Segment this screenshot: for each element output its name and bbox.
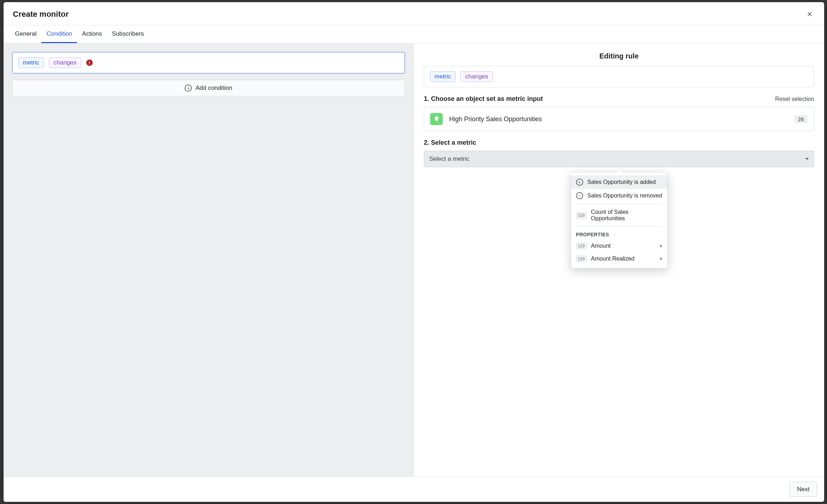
- close-icon[interactable]: ✕: [805, 9, 815, 20]
- add-condition-button[interactable]: + Add condition: [12, 80, 405, 96]
- chevron-right-icon: [660, 244, 662, 248]
- minus-circle-icon: −: [576, 192, 583, 199]
- rule-preview: metric changes: [424, 66, 814, 87]
- tab-condition[interactable]: Condition: [41, 25, 77, 43]
- number-type-icon: 123: [576, 256, 587, 262]
- metric-select[interactable]: Select a metric: [424, 151, 814, 167]
- tab-actions[interactable]: Actions: [77, 25, 107, 43]
- metric-option-label: Sales Opportunity is removed: [587, 192, 662, 199]
- metric-option-label: Sales Opportunity is added: [587, 179, 656, 185]
- metric-option-label: Count of Sales Opportunities: [591, 209, 662, 222]
- tab-subscribers[interactable]: Subscribers: [107, 25, 149, 43]
- metric-dropdown: + Sales Opportunity is added − Sales Opp…: [571, 172, 668, 268]
- plus-circle-icon: +: [185, 84, 192, 92]
- metric-select-placeholder: Select a metric: [429, 155, 469, 163]
- pill-changes[interactable]: changes: [461, 71, 493, 82]
- step-2-label: 2. Select a metric: [424, 139, 476, 146]
- lightbulb-icon: [431, 113, 443, 125]
- create-monitor-modal: Create monitor ✕ General Condition Actio…: [4, 2, 824, 502]
- dropdown-heading-properties: PROPERTIES: [571, 228, 667, 240]
- step-1-header: 1. Choose an object set as metric input …: [424, 95, 814, 103]
- metric-option-removed[interactable]: − Sales Opportunity is removed: [571, 189, 667, 202]
- object-set-count: 26: [794, 115, 807, 123]
- next-button[interactable]: Next: [790, 482, 817, 497]
- pill-metric[interactable]: metric: [18, 57, 44, 68]
- add-condition-label: Add condition: [195, 84, 232, 92]
- plus-circle-icon: +: [576, 179, 583, 186]
- tab-bar: General Condition Actions Subscribers: [4, 25, 824, 43]
- condition-row[interactable]: metric changes !: [12, 52, 405, 73]
- metric-property-amount[interactable]: 123 Amount: [571, 240, 667, 252]
- metric-property-label: Amount Realized: [591, 256, 635, 262]
- number-type-icon: 123: [576, 212, 587, 218]
- modal-footer: Next: [4, 477, 824, 502]
- metric-option-count[interactable]: 123 Count of Sales Opportunities: [571, 206, 667, 225]
- pill-metric[interactable]: metric: [430, 71, 456, 82]
- number-type-icon: 123: [576, 243, 587, 249]
- metric-property-label: Amount: [591, 243, 611, 249]
- divider: [576, 204, 662, 204]
- chevron-right-icon: [660, 257, 662, 261]
- pill-changes[interactable]: changes: [49, 57, 81, 68]
- chevron-down-icon: [805, 158, 809, 160]
- modal-header: Create monitor ✕: [4, 2, 824, 25]
- rule-editor-pane: Editing rule metric changes 1. Choose an…: [414, 43, 824, 477]
- reset-selection-link[interactable]: Reset selection: [775, 96, 814, 102]
- object-set-card[interactable]: High Priority Sales Opportunities 26: [424, 107, 814, 131]
- metric-property-amount-realized[interactable]: 123 Amount Realized: [571, 252, 667, 265]
- modal-title: Create monitor: [13, 10, 68, 19]
- metric-option-added[interactable]: + Sales Opportunity is added: [571, 175, 667, 189]
- tab-general[interactable]: General: [10, 25, 41, 43]
- condition-list-pane: metric changes ! + Add condition: [4, 43, 414, 477]
- object-set-name: High Priority Sales Opportunities: [449, 115, 788, 123]
- step-2-header: 2. Select a metric: [424, 139, 814, 146]
- divider: [576, 226, 662, 227]
- editing-rule-title: Editing rule: [424, 52, 814, 60]
- step-1-label: 1. Choose an object set as metric input: [424, 95, 543, 103]
- error-icon: !: [86, 60, 93, 66]
